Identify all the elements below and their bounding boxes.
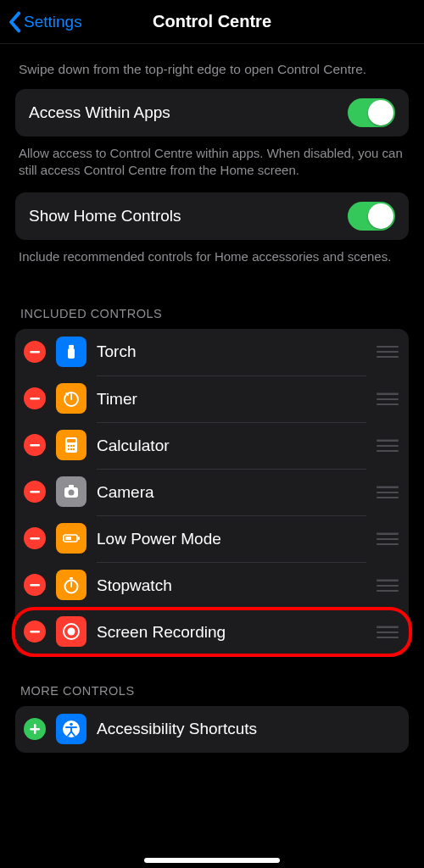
control-label: Timer [97,376,366,422]
accessibility-icon [56,714,86,744]
battery-icon [56,523,86,554]
chevron-left-icon [7,11,22,33]
remove-control-button[interactable] [24,387,46,409]
remove-control-button[interactable] [24,527,46,549]
reorder-handle-icon[interactable] [377,346,399,358]
reorder-handle-icon[interactable] [377,626,399,638]
control-label: Accessibility Shortcuts [97,706,399,753]
camera-icon [56,476,86,507]
control-row: Camera [15,469,409,515]
control-label: Stopwatch [97,562,366,609]
home-indicator [144,858,280,863]
torch-icon [56,337,86,367]
control-row: Timer [15,376,409,422]
control-row: Low Power Mode [15,515,409,562]
back-label: Settings [24,13,82,31]
control-label: Low Power Mode [97,515,366,562]
access-within-apps-cell: Access Within Apps [15,89,409,136]
reorder-handle-icon[interactable] [377,579,399,592]
show-home-controls-toggle[interactable] [348,202,395,231]
control-row: Stopwatch [15,562,409,609]
stopwatch-icon [56,570,86,600]
reorder-handle-icon[interactable] [377,392,399,405]
remove-control-button[interactable] [24,620,46,643]
nav-bar: Settings Control Centre [0,0,424,44]
reorder-handle-icon[interactable] [377,439,399,452]
control-row: Calculator [15,422,409,469]
reorder-handle-icon[interactable] [377,532,399,545]
control-label: Calculator [97,422,366,469]
remove-control-button[interactable] [24,434,46,456]
remove-control-button[interactable] [24,574,46,596]
show-home-controls-cell: Show Home Controls [15,192,409,240]
control-label: Screen Recording [97,609,366,655]
control-row: Torch [15,329,409,376]
remove-control-button[interactable] [24,341,46,363]
reorder-handle-icon[interactable] [377,486,399,498]
add-control-button[interactable] [24,718,46,740]
calculator-icon [56,430,86,460]
control-row: Accessibility Shortcuts [15,706,409,753]
show-home-controls-help: Include recommended controls for Home ac… [15,240,409,265]
control-label: Camera [97,469,366,515]
more-controls-header: MORE CONTROLS [15,655,409,706]
intro-help-text: Swipe down from the top-right edge to op… [15,44,409,89]
included-controls-list: Torch Timer Calculator Camera Low Power … [15,329,409,655]
control-label: Torch [97,329,366,376]
timer-icon [56,383,86,414]
record-icon [56,616,86,647]
remove-control-button[interactable] [24,481,46,503]
show-home-controls-label: Show Home Controls [29,207,348,225]
included-controls-header: INCLUDED CONTROLS [15,266,409,329]
access-within-apps-label: Access Within Apps [29,103,348,122]
control-row: Screen Recording [15,609,409,655]
more-controls-list: Accessibility Shortcuts [15,706,409,753]
access-within-apps-help: Allow access to Control Centre within ap… [15,136,409,180]
back-button[interactable]: Settings [7,11,82,33]
access-within-apps-toggle[interactable] [348,98,395,127]
